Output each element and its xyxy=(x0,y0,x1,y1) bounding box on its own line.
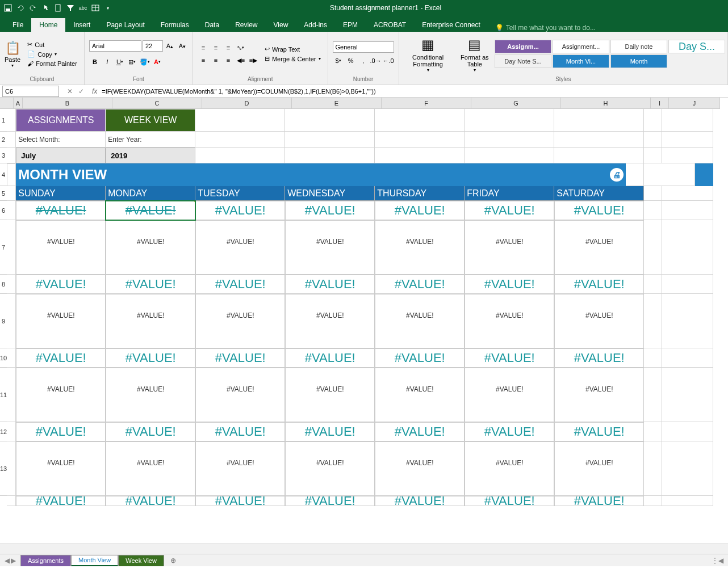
redo-icon[interactable] xyxy=(27,2,39,14)
date-cell[interactable]: #VALUE! xyxy=(465,275,554,294)
row-1[interactable]: 1 xyxy=(0,109,7,132)
select-month-label[interactable]: Select Month: xyxy=(16,132,106,148)
col-G[interactable]: G xyxy=(471,98,561,108)
cancel-formula-icon[interactable]: ✕ xyxy=(65,87,75,95)
format-painter-button[interactable]: 🖌Format Painter xyxy=(25,60,80,68)
cell[interactable] xyxy=(285,132,375,148)
date-cell[interactable]: #VALUE! xyxy=(195,348,285,368)
sheet-tab-assignments[interactable]: Assignments xyxy=(20,555,71,566)
date-cell[interactable]: #VALUE! xyxy=(375,348,465,368)
increase-font-icon[interactable]: A▴ xyxy=(164,40,175,52)
note-cell[interactable]: #VALUE! xyxy=(106,441,195,496)
grid[interactable]: ASSIGNMENTS WEEK VIEW Select Month: Ente… xyxy=(7,109,713,544)
style-month[interactable]: Month xyxy=(610,54,667,68)
cell[interactable] xyxy=(7,201,16,220)
cell[interactable] xyxy=(644,132,662,148)
date-cell[interactable]: #VALUE! xyxy=(465,496,554,506)
cell[interactable] xyxy=(375,132,465,148)
date-cell[interactable]: #VALUE! xyxy=(375,201,465,220)
cell[interactable] xyxy=(662,109,713,132)
touch-mouse-icon[interactable] xyxy=(40,2,51,14)
date-cell[interactable]: #VALUE! xyxy=(375,496,465,506)
date-cell[interactable]: #VALUE! xyxy=(285,275,375,294)
day-header-sunday[interactable]: SUNDAY xyxy=(16,186,106,201)
cell[interactable] xyxy=(644,109,662,132)
date-cell[interactable]: #VALUE! xyxy=(195,275,285,294)
cut-button[interactable]: ✂Cut xyxy=(25,40,80,49)
cell[interactable] xyxy=(285,148,375,163)
date-cell[interactable]: #VALUE! xyxy=(16,496,106,506)
cell[interactable] xyxy=(662,148,713,163)
cell[interactable] xyxy=(554,132,644,148)
align-top-icon[interactable]: ≡ xyxy=(198,42,209,53)
save-icon[interactable] xyxy=(2,2,14,14)
cell-styles-gallery[interactable]: Assignm... Assignment... Daily note Day … xyxy=(495,40,725,68)
style-daily-note[interactable]: Daily note xyxy=(610,40,667,53)
day-header-monday[interactable]: MONDAY xyxy=(106,186,195,201)
note-cell[interactable]: #VALUE! xyxy=(465,368,554,422)
note-cell[interactable]: #VALUE! xyxy=(16,441,106,496)
col-H[interactable]: H xyxy=(561,98,651,108)
align-center-icon[interactable]: ≡ xyxy=(210,54,221,66)
merge-center-button[interactable]: ⊟Merge & Center▾ xyxy=(262,54,323,63)
cell[interactable] xyxy=(644,422,662,441)
date-cell[interactable]: #VALUE! xyxy=(106,348,195,368)
cell[interactable] xyxy=(644,186,662,201)
decrease-font-icon[interactable]: A▾ xyxy=(177,40,188,52)
cell[interactable] xyxy=(662,441,713,496)
cell[interactable] xyxy=(7,220,16,275)
date-cell[interactable]: #VALUE! xyxy=(195,422,285,441)
cell[interactable] xyxy=(195,109,285,132)
cell[interactable] xyxy=(7,348,16,368)
note-cell[interactable]: #VALUE! xyxy=(195,368,285,422)
font-name-input[interactable] xyxy=(89,40,141,52)
date-cell[interactable]: #VALUE! xyxy=(285,201,375,220)
date-cell[interactable]: #VALUE! xyxy=(195,201,285,220)
col-J[interactable]: J xyxy=(669,98,720,108)
style-assignm[interactable]: Assignm... xyxy=(495,40,551,53)
date-cell[interactable]: #VALUE! xyxy=(554,496,644,506)
tab-insert[interactable]: Insert xyxy=(65,18,98,32)
cell[interactable] xyxy=(662,422,713,441)
tab-acrobat[interactable]: ACROBAT xyxy=(366,18,414,32)
border-button[interactable]: ⊞▾ xyxy=(127,56,138,68)
date-cell[interactable]: #VALUE! xyxy=(106,201,195,220)
cell[interactable] xyxy=(465,109,554,132)
cell[interactable] xyxy=(554,148,644,163)
spell-icon[interactable]: abc xyxy=(77,2,89,14)
date-cell[interactable]: #VALUE! xyxy=(375,422,465,441)
font-size-input[interactable] xyxy=(143,40,163,52)
date-cell[interactable]: #VALUE! xyxy=(375,275,465,294)
cell[interactable] xyxy=(7,186,16,201)
col-A[interactable]: A xyxy=(14,98,23,108)
assignments-button[interactable]: ASSIGNMENTS xyxy=(16,109,106,132)
row-9[interactable]: 9 xyxy=(0,294,7,348)
italic-button[interactable]: I xyxy=(102,56,113,68)
date-cell[interactable]: #VALUE! xyxy=(106,496,195,506)
number-format-input[interactable] xyxy=(333,41,394,53)
cell[interactable] xyxy=(195,132,285,148)
align-left-icon[interactable]: ≡ xyxy=(198,54,209,66)
day-header-tuesday[interactable]: TUESDAY xyxy=(195,186,285,201)
cell[interactable] xyxy=(7,132,16,148)
note-cell[interactable]: #VALUE! xyxy=(195,441,285,496)
cell[interactable] xyxy=(662,220,713,275)
indent-decrease-icon[interactable]: ◀≡ xyxy=(235,54,246,66)
style-month-vi[interactable]: Month Vi... xyxy=(553,54,609,68)
cell[interactable] xyxy=(644,201,662,220)
cell[interactable] xyxy=(7,148,16,163)
wrap-text-button[interactable]: ↩Wrap Text xyxy=(262,45,302,53)
table-icon[interactable] xyxy=(90,2,101,14)
copy-button[interactable]: 📄Copy▾ xyxy=(25,50,80,58)
month-dropdown[interactable]: July xyxy=(16,148,106,163)
cell[interactable] xyxy=(644,294,662,348)
note-cell[interactable]: #VALUE! xyxy=(375,294,465,348)
note-cell[interactable]: #VALUE! xyxy=(465,294,554,348)
formula-input[interactable] xyxy=(99,88,728,95)
tab-addins[interactable]: Add-ins xyxy=(296,18,335,32)
error-tag-icon[interactable] xyxy=(194,201,195,208)
paste-button[interactable]: 📋 Paste ▾ xyxy=(2,39,23,69)
cell[interactable] xyxy=(465,132,554,148)
cell[interactable] xyxy=(644,441,662,496)
tab-prev-icon[interactable]: ◀ xyxy=(5,557,10,565)
